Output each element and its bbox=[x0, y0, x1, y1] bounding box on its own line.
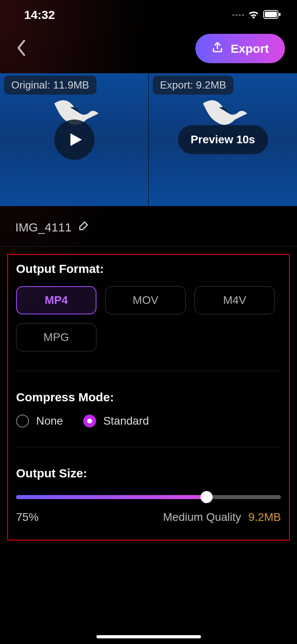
svg-rect-1 bbox=[265, 12, 277, 17]
export-button-label: Export bbox=[231, 42, 269, 56]
output-quality-label: Medium Quality bbox=[163, 511, 242, 524]
export-button[interactable]: Export bbox=[195, 34, 285, 63]
export-size-badge: Export: 9.2MB bbox=[153, 76, 234, 95]
compress-mode-title: Compress Mode: bbox=[16, 390, 281, 404]
radio-icon bbox=[16, 415, 29, 427]
back-button[interactable] bbox=[16, 40, 27, 58]
output-size-value: 9.2MB bbox=[248, 511, 281, 524]
output-format-options: MP4 MOV M4V MPG bbox=[16, 286, 281, 351]
output-size-info: 75% Medium Quality 9.2MB bbox=[16, 511, 281, 524]
slider-fill bbox=[16, 495, 207, 499]
play-button[interactable] bbox=[54, 120, 94, 160]
format-option-mpg[interactable]: MPG bbox=[16, 323, 96, 351]
format-option-m4v[interactable]: M4V bbox=[195, 286, 275, 314]
status-right bbox=[232, 8, 281, 22]
radio-icon bbox=[83, 415, 96, 427]
export-preview-panel: Export: 9.2MB Preview 10s bbox=[149, 73, 297, 206]
nav-bar: Export bbox=[0, 26, 297, 73]
svg-marker-3 bbox=[70, 133, 82, 146]
settings-highlight-box: Output Format: MP4 MOV M4V MPG Compress … bbox=[7, 254, 290, 541]
preview-10s-button[interactable]: Preview 10s bbox=[178, 125, 268, 154]
output-size-percent: 75% bbox=[16, 511, 39, 524]
original-preview-panel: Original: 11.9MB bbox=[0, 73, 149, 206]
edit-icon bbox=[78, 220, 89, 231]
format-option-mov[interactable]: MOV bbox=[105, 286, 186, 314]
wifi-icon bbox=[248, 8, 259, 22]
output-format-title: Output Format: bbox=[16, 262, 281, 276]
svg-rect-2 bbox=[279, 13, 281, 16]
cellular-icon bbox=[232, 14, 244, 16]
compress-option-standard[interactable]: Standard bbox=[83, 415, 149, 427]
compress-mode-options: None Standard bbox=[16, 415, 281, 427]
upload-icon bbox=[211, 41, 223, 56]
output-size-slider[interactable] bbox=[16, 492, 281, 502]
compress-none-label: None bbox=[36, 415, 63, 427]
filename-label: IMG_4111 bbox=[15, 221, 72, 234]
divider bbox=[16, 371, 281, 371]
filename-row: IMG_4111 bbox=[0, 206, 297, 247]
status-bar: 14:32 bbox=[0, 0, 297, 26]
slider-thumb[interactable] bbox=[201, 491, 213, 503]
play-icon bbox=[68, 132, 83, 147]
compress-standard-label: Standard bbox=[103, 415, 149, 427]
edit-filename-button[interactable] bbox=[78, 220, 89, 234]
format-option-mp4[interactable]: MP4 bbox=[16, 286, 96, 314]
preview-row: Original: 11.9MB Export: 9.2MB Preview 1… bbox=[0, 73, 297, 206]
divider bbox=[16, 447, 281, 447]
home-indicator[interactable] bbox=[96, 635, 201, 638]
original-size-badge: Original: 11.9MB bbox=[4, 76, 96, 95]
slider-track bbox=[16, 495, 281, 499]
compress-option-none[interactable]: None bbox=[16, 415, 63, 427]
output-size-title: Output Size: bbox=[16, 466, 281, 480]
status-time: 14:32 bbox=[24, 8, 55, 22]
battery-icon bbox=[263, 8, 281, 22]
